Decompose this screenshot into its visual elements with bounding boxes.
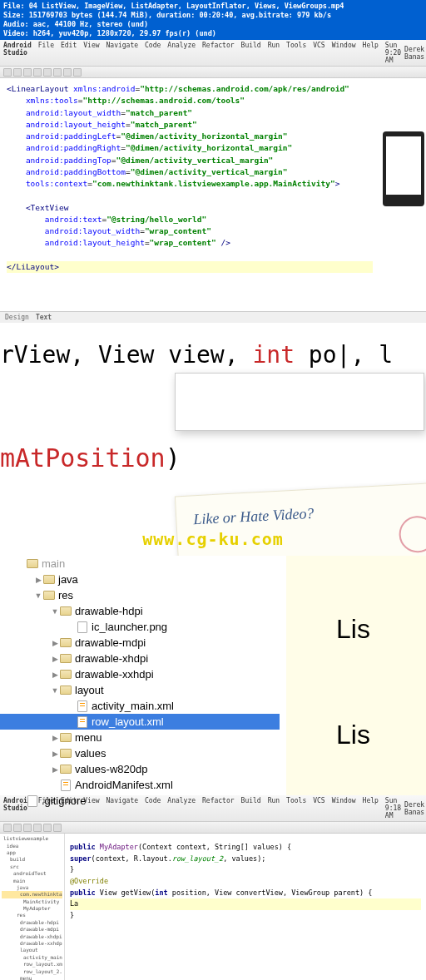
project-tree-small[interactable]: listviewexample idea app build src andro… [0,834,65,980]
toolbar-icon[interactable] [73,68,82,77]
menu-window[interactable]: Window [332,42,356,64]
toolbar-icon[interactable] [33,824,42,832]
menu-build[interactable]: Build [241,797,261,819]
editor-tabs-bottom: Design Text [0,311,426,323]
watermark: www.cg-ku.com [142,529,284,549]
autocomplete-popup[interactable] [175,373,424,431]
menu-file[interactable]: File [38,42,54,64]
cropped-editor: Lis Lis [280,556,426,795]
menu-refactor[interactable]: Refactor [202,42,235,64]
ide-toolbar [0,67,426,78]
layout-preview-panel [379,78,426,311]
tree-folder-res[interactable]: ▼res [0,587,280,603]
code-fragment-1: rView, View view, int po|, l [0,326,426,369]
project-tree-section: main ▶java ▼res ▼drawable-hdpi ic_launch… [0,556,426,795]
tab-design[interactable]: Design [5,314,29,321]
device-frame [383,131,424,206]
tree-file-activity-main[interactable]: activity_main.xml [0,698,280,714]
menu-build[interactable]: Build [241,42,261,64]
menu-tools[interactable]: Tools [286,797,306,819]
menu-analyze[interactable]: Analyze [167,797,196,819]
project-tree[interactable]: main ▶java ▼res ▼drawable-hdpi ic_launch… [0,556,280,795]
menu-code[interactable]: Code [145,42,161,64]
user-name: Derek Banas [404,801,424,816]
tree-file-manifest[interactable]: AndroidManifest.xml [0,777,280,793]
menu-view[interactable]: View [83,42,99,64]
tree-folder-java[interactable]: ▶java [0,572,280,587]
menu-tools[interactable]: Tools [286,42,306,64]
toolbar-icon[interactable] [43,824,52,832]
toolbar-icon[interactable] [43,68,52,77]
clock: Sun 9:20 AM [385,42,401,64]
note-text: Like or Hate Video? [176,483,426,530]
menu-vcs[interactable]: VCS [313,42,324,64]
tree-folder-values-w820dp[interactable]: ▶values-w820dp [0,761,280,777]
user-name: Derek Banas [404,46,424,61]
toolbar-icon[interactable] [33,68,42,77]
tree-folder-layout[interactable]: ▼layout [0,682,280,698]
toolbar-icon[interactable] [53,824,62,832]
menu-refactor[interactable]: Refactor [202,797,235,819]
zoomed-code-section: rView, View view, int po|, l mAtPosition… [0,323,426,556]
toolbar-icon[interactable] [3,824,12,832]
toolbar-icon[interactable] [13,824,22,832]
tree-folder-drawable-xxhdpi[interactable]: ▶drawable-xxhdpi [0,666,280,682]
menu-file[interactable]: File [38,797,54,819]
tree-folder-values[interactable]: ▶values [0,745,280,761]
toolbar-icon[interactable] [23,68,32,77]
menu-vcs[interactable]: VCS [313,797,324,819]
app-name: Android Studio [3,42,32,64]
tree-folder-main[interactable]: main [0,556,280,572]
tree-file-row-layout[interactable]: row_layout.xml [0,714,280,730]
menu-navigate[interactable]: Navigate [106,797,139,819]
toolbar-icon[interactable] [23,824,32,832]
video-info-overlay: File: 04 ListView, ImageView, ListAdapte… [0,0,426,40]
macos-menubar-2: Android Studio File Edit View Navigate C… [0,795,426,822]
menu-analyze[interactable]: Analyze [167,42,196,64]
toolbar-icon[interactable] [13,68,22,77]
toolbar-icon[interactable] [53,68,62,77]
menu-edit[interactable]: Edit [61,42,77,64]
menu-view[interactable]: View [83,797,99,819]
macos-menubar: Android Studio File Edit View Navigate C… [0,40,426,67]
toolbar-icon[interactable] [63,68,72,77]
tree-folder-drawable-xhdpi[interactable]: ▶drawable-xhdpi [0,651,280,666]
clock: Sun 9:18 AM [385,797,401,819]
toolbar-icon[interactable] [3,68,12,77]
tab-text[interactable]: Text [36,314,52,321]
menu-help[interactable]: Help [363,42,379,64]
tree-folder-menu[interactable]: ▶menu [0,730,280,745]
device-screen [386,136,421,195]
tree-folder-drawable-hdpi[interactable]: ▼drawable-hdpi [0,603,280,619]
xml-editor[interactable]: <LinearLayout xmlns:android="http://sche… [0,78,379,311]
menu-run[interactable]: Run [268,42,280,64]
java-editor[interactable]: public MyAdapter(Context context, String… [65,834,426,980]
ide-toolbar-2 [0,822,426,834]
tree-file-iclauncher[interactable]: ic_launcher.png [0,619,280,635]
menu-help[interactable]: Help [363,797,379,819]
stamp-icon [399,515,426,553]
menu-code[interactable]: Code [145,797,161,819]
menu-edit[interactable]: Edit [61,797,77,819]
menu-window[interactable]: Window [332,797,356,819]
tree-folder-drawable-mdpi[interactable]: ▶drawable-mdpi [0,635,280,651]
menu-navigate[interactable]: Navigate [106,42,139,64]
menu-run[interactable]: Run [268,797,280,819]
